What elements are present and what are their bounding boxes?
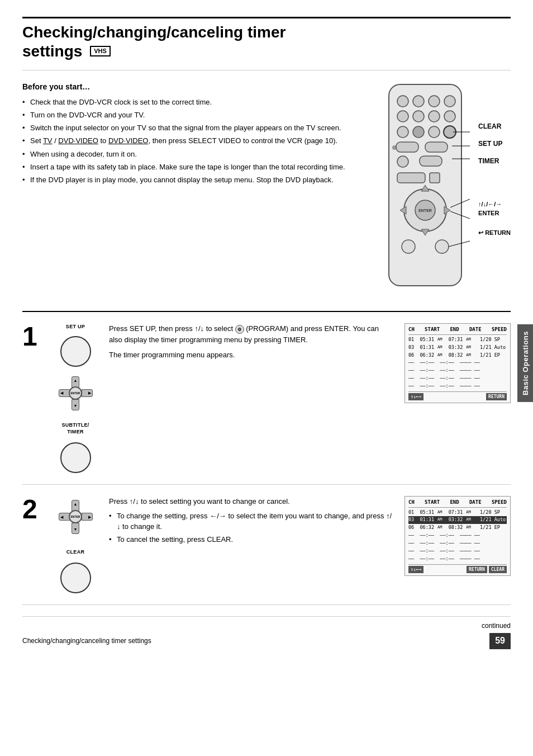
timer-row: 06 06:32AM 08:32AM 1/21 EP <box>408 352 507 360</box>
timer-row-2-3: 06 06:32AM 08:32AM 1/21 EP <box>408 524 507 532</box>
dpad-down-2: ▼ <box>72 523 79 534</box>
footer-buttons-2: ↑↓←→ <box>408 566 423 573</box>
before-start-list: Check that the DVD-VCR clock is set to t… <box>22 97 369 185</box>
timer-screen-footer-1: ↑↓←→ RETURN <box>408 391 507 400</box>
return-btn-1: RETURN <box>486 393 507 400</box>
col-end-2: END <box>450 499 459 506</box>
svg-point-28 <box>402 240 415 253</box>
step-2-bullet-2: To cancel the setting, press CLEAR. <box>109 535 393 545</box>
dpad-icon: ▲ ▼ ◀ ▶ ENTER <box>58 375 94 412</box>
steps-section: 1 SET UP ▲ ▼ ◀ ▶ ENTER SUBTITLE/TIMER <box>22 311 511 604</box>
step-2: 2 ▲ ▼ ◀ ▶ ENTER CLEAR Press ↑/↓ to selec… <box>22 485 511 605</box>
list-item: If the DVD player is in play mode, you c… <box>22 175 369 185</box>
svg-point-4 <box>444 96 455 107</box>
col-date-2: DATE <box>469 499 482 506</box>
step-2-bullets: To change the setting, press ←/→ to sele… <box>109 511 393 545</box>
arrows-enter-label: ↑/↓/←/→ENTER <box>478 201 502 217</box>
timer-screen-footer-2: ↑↓←→ RETURN CLEAR <box>408 564 507 573</box>
setup-button-icon <box>60 336 91 367</box>
svg-point-9 <box>397 126 408 138</box>
step-1-main-text: Press SET UP, then press ↑/↓ to select ⚙… <box>109 323 393 345</box>
page-container: Checking/changing/canceling timer settin… <box>0 0 533 672</box>
enter-button-2: ENTER <box>69 510 82 523</box>
enter-button: ENTER <box>69 386 82 400</box>
step-2-clear-label: CLEAR <box>66 549 85 556</box>
svg-point-7 <box>429 111 440 122</box>
col-end-1: END <box>450 326 459 333</box>
timer-row-2-2: 03 01:31AM 03:32AM 1/21 Auto <box>408 516 507 524</box>
col-start-2: START <box>425 499 440 506</box>
title-line2: settings <box>22 42 82 60</box>
remote-diagram-area: ENTER CLEAR SET UP TI <box>380 82 511 294</box>
step-1-icons: SET UP ▲ ▼ ◀ ▶ ENTER SUBTITLE/TIMER <box>53 323 98 473</box>
timer-row-2-1: 01 05:31AM 07:31AM 1/20 SP <box>408 509 507 517</box>
dpad-left-2: ◀ <box>59 513 70 521</box>
step-1-timer-screen: CH START END DATE SPEED 01 05:31AM 07:31… <box>404 323 511 403</box>
svg-point-16 <box>397 156 408 167</box>
dpad-up: ▲ <box>72 376 79 388</box>
svg-text:ENTER: ENTER <box>418 209 432 212</box>
timer-button-icon <box>60 442 91 473</box>
clear-button-icon <box>60 563 91 593</box>
dpad-up-2: ▲ <box>72 500 79 511</box>
svg-point-29 <box>435 240 449 253</box>
timer-row: —— ——:—— ——:—— ———— —— <box>408 382 507 390</box>
svg-point-10 <box>413 126 424 138</box>
dpad-right: ▶ <box>82 389 93 397</box>
step-1-subtitle-timer-label: SUBTITLE/TIMER <box>61 422 89 436</box>
timer-row-2-6: —— ——:—— ——:—— ———— —— <box>408 547 507 555</box>
timer-row-2-7: —— ——:—— ——:—— ———— —— <box>408 555 507 563</box>
page-number: 59 <box>489 633 511 649</box>
remote-svg: ENTER <box>380 82 478 294</box>
timer-row: —— ——:—— ——:—— ———— —— <box>408 359 507 367</box>
svg-point-2 <box>413 96 424 107</box>
col-ch-1: CH <box>408 326 415 333</box>
timer-row: 03 01:31AM 03:32AM 1/21 Auto <box>408 344 507 352</box>
step-2-main-text: Press ↑/↓ to select setting you want to … <box>109 496 393 507</box>
vhs-badge: VHS <box>90 46 111 56</box>
footer-bottom: Checking/changing/canceling timer settin… <box>22 633 511 649</box>
title-section: Checking/changing/canceling timer settin… <box>22 23 511 70</box>
list-item: Switch the input selector on your TV so … <box>22 123 369 133</box>
col-start-1: START <box>425 326 440 333</box>
svg-rect-17 <box>420 156 442 166</box>
clear-label: CLEAR <box>478 122 501 130</box>
svg-rect-14 <box>396 142 418 152</box>
dpad-right-2: ▶ <box>82 513 93 521</box>
col-speed-2: SPEED <box>492 499 507 506</box>
list-item: When using a decoder, turn it on. <box>22 149 369 159</box>
continued-text: continued <box>22 621 511 631</box>
list-item: Check that the DVD-VCR clock is set to t… <box>22 97 369 107</box>
svg-point-5 <box>397 111 408 122</box>
step-2-icons: ▲ ▼ ◀ ▶ ENTER CLEAR <box>53 496 98 593</box>
svg-point-6 <box>413 111 424 122</box>
col-date-1: DATE <box>469 326 482 333</box>
before-start-section: Before you start… Check that the DVD-VCR… <box>22 82 511 294</box>
svg-point-3 <box>429 96 440 107</box>
svg-point-1 <box>397 96 408 107</box>
step-2-timer-screen: CH START END DATE SPEED 01 05:31AM 07:31… <box>404 496 511 576</box>
footer-label: Checking/changing/canceling timer settin… <box>22 636 151 646</box>
svg-point-11 <box>429 126 440 138</box>
page-footer: continued Checking/changing/canceling ti… <box>22 616 511 649</box>
step-1-icon-label-setup: SET UP <box>66 323 85 330</box>
timer-row: —— ——:—— ——:—— ———— —— <box>408 375 507 382</box>
dpad-down: ▼ <box>72 399 79 410</box>
timer-row-2-5: —— ——:—— ——:—— ———— —— <box>408 540 507 547</box>
list-item: Set TV / DVD·VIDEO to DVD·VIDEO, then pr… <box>22 136 369 146</box>
timer-screen-header-2: CH START END DATE SPEED <box>408 499 507 508</box>
col-speed-1: SPEED <box>492 326 507 333</box>
svg-rect-15 <box>425 142 448 152</box>
svg-rect-19 <box>430 173 440 183</box>
dpad-icon-2: ▲ ▼ ◀ ▶ ENTER <box>58 499 94 535</box>
step-1-text-block: Press SET UP, then press ↑/↓ to select ⚙… <box>109 323 393 365</box>
svg-point-8 <box>444 111 455 122</box>
timer-row: 01 05:31AM 07:31AM 1/20 SP <box>408 336 507 344</box>
before-start-text: Before you start… Check that the DVD-VCR… <box>22 82 369 294</box>
clear-btn-2: CLEAR <box>489 566 507 573</box>
return-label: ↩ RETURN <box>478 229 511 236</box>
step-2-body: Press ↑/↓ to select setting you want to … <box>109 496 511 576</box>
footer-buttons-1: ↑↓←→ <box>408 393 423 400</box>
col-ch-2: CH <box>408 499 415 506</box>
before-start-heading: Before you start… <box>22 82 369 93</box>
